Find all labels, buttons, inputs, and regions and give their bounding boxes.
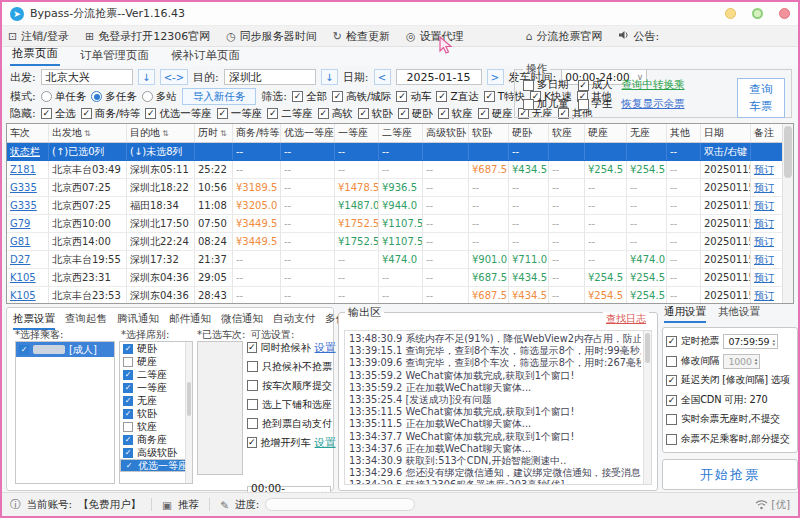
seat-item[interactable]: 二等座: [120, 368, 192, 381]
checkbox[interactable]: [123, 422, 133, 432]
date-next-button[interactable]: >: [487, 69, 504, 85]
seat-item[interactable]: 软座: [120, 420, 192, 433]
checkbox[interactable]: [666, 434, 677, 445]
checkbox[interactable]: [578, 80, 589, 91]
checkbox[interactable]: [41, 108, 52, 119]
option-抢增开列车[interactable]: 抢增开列车设置: [247, 433, 333, 452]
hide-高软[interactable]: 高软: [318, 107, 353, 121]
checkbox[interactable]: [292, 91, 303, 102]
book-link[interactable]: 预订: [754, 217, 774, 231]
checkbox[interactable]: [318, 108, 329, 119]
radio-单任务[interactable]: [41, 91, 52, 102]
tab-订单管理页面[interactable]: 订单管理页面: [78, 47, 151, 66]
checkbox[interactable]: [523, 99, 534, 110]
settings-tab-通用设置[interactable]: 通用设置: [664, 305, 706, 323]
train-link[interactable]: D27: [10, 254, 30, 265]
find-log-link[interactable]: 查找日志: [603, 312, 649, 326]
hide-软卧[interactable]: 软卧: [358, 107, 393, 121]
import-task-button[interactable]: 导入新任务: [182, 88, 257, 105]
status-row[interactable]: 状态栏(↑)已选0列(↓)未选8列------------双击/右键: [7, 143, 793, 161]
start-grab-button[interactable]: 开始抢票: [662, 459, 798, 490]
ops-成人[interactable]: 成人: [578, 78, 613, 92]
hide-商务/特等[interactable]: 商务/特等: [81, 107, 141, 121]
train-row[interactable]: G79北京西10:00深圳北17:5007:50¥3449.5--¥1752.5…: [7, 215, 793, 233]
checkbox[interactable]: [267, 108, 278, 119]
checkbox[interactable]: [123, 370, 133, 380]
filter-Z直达[interactable]: Z直达: [436, 90, 478, 104]
checkbox[interactable]: [217, 108, 228, 119]
book-link[interactable]: 预订: [754, 199, 774, 213]
menu-monitor[interactable]: ⊡注销/登录: [8, 29, 69, 44]
book-link[interactable]: 预订: [754, 181, 774, 195]
checkbox[interactable]: [124, 461, 134, 471]
filter-高铁/城际[interactable]: 高铁/城际: [332, 90, 392, 104]
checkbox[interactable]: [81, 108, 92, 119]
ops-多日期[interactable]: 多日期: [523, 78, 569, 92]
checkbox[interactable]: [666, 356, 677, 367]
option-抢到票自动支付[interactable]: 抢到票自动支付: [247, 414, 333, 433]
book-link[interactable]: 预订: [754, 163, 774, 177]
train-row[interactable]: Z181北京丰台03:49深圳东05:1125:22----------¥687…: [7, 161, 793, 179]
checkbox[interactable]: [523, 80, 534, 91]
menu-clock[interactable]: ◷同步服务器时间: [226, 29, 317, 44]
seat-item[interactable]: 一等座: [120, 381, 192, 394]
dest-input[interactable]: 深圳北: [224, 69, 316, 85]
setting-余票不足乘客时,部分提交[interactable]: 余票不足乘客时,部分提交: [666, 430, 794, 450]
hide-全选[interactable]: 全选: [41, 107, 76, 121]
train-row[interactable]: G81北京西14:00深圳北22:2408:24¥3449.5--¥1752.5…: [7, 233, 793, 251]
checkbox[interactable]: [478, 108, 489, 119]
settings-tab-其他设置[interactable]: 其他设置: [718, 305, 760, 323]
book-link[interactable]: 预订: [754, 271, 774, 285]
checkbox[interactable]: [145, 108, 156, 119]
train-row[interactable]: D27北京丰台19:55深圳17:3221:37------¥474.0--¥9…: [7, 251, 793, 269]
checkbox[interactable]: [666, 414, 677, 425]
restore-tickets-link[interactable]: 恢复显示余票: [622, 97, 685, 111]
checkbox[interactable]: [247, 437, 257, 448]
close-button[interactable]: [779, 8, 790, 19]
hide-软座[interactable]: 软座: [438, 107, 473, 121]
train-row[interactable]: G335北京西07:25福田18:3411:08¥3205.0--¥1487.0…: [7, 197, 793, 215]
book-link[interactable]: 预订: [754, 289, 774, 303]
maximize-button[interactable]: [752, 8, 763, 19]
radio-多站[interactable]: [142, 91, 153, 102]
transfer-query-link[interactable]: 查询中转换乘: [622, 78, 685, 92]
passenger-item[interactable]: [成人]: [16, 342, 114, 357]
option-按车次顺序提交[interactable]: 按车次顺序提交: [247, 376, 333, 395]
hide-优选一等座[interactable]: 优选一等座: [145, 107, 212, 121]
train-link[interactable]: G335: [10, 182, 37, 193]
menu-refresh[interactable]: ↻检查更新: [333, 29, 390, 44]
ops-学生[interactable]: 学生: [578, 97, 613, 111]
train-row[interactable]: K105北京西23:31深圳东04:3629:05----------¥687.…: [7, 269, 793, 287]
option-settings-link[interactable]: 设置: [315, 436, 336, 450]
setting-延迟关闭 [修改间隔] 选项[interactable]: 延迟关闭 [修改间隔] 选项: [666, 371, 794, 391]
checkbox[interactable]: [396, 91, 407, 102]
setting-修改间隔[interactable]: 修改间隔1000▴▾: [666, 352, 794, 372]
dest-dropdown-button[interactable]: ↓: [321, 69, 338, 85]
checkbox[interactable]: [332, 91, 343, 102]
tab-候补订单页面[interactable]: 候补订单页面: [169, 47, 242, 66]
checkbox[interactable]: [358, 108, 369, 119]
checkbox[interactable]: [123, 396, 133, 406]
train-row[interactable]: K105北京丰台23:53深圳东04:3628:43----------¥687…: [7, 287, 793, 304]
train-link[interactable]: K105: [10, 290, 36, 301]
menu-speaker[interactable]: 公告:: [619, 29, 660, 44]
option-同时抢候补[interactable]: 同时抢候补设置: [247, 338, 333, 357]
depart-input[interactable]: 北京大兴: [41, 69, 133, 85]
hide-一等座[interactable]: 一等座: [217, 107, 263, 121]
passenger-checkbox[interactable]: [19, 345, 29, 355]
ops-加儿童[interactable]: 加儿童: [523, 97, 569, 111]
seat-item[interactable]: 无座: [120, 394, 192, 407]
seat-list[interactable]: 硬卧硬座二等座一等座无座软卧软座商务座高级软卧优选一等座: [119, 341, 193, 484]
checkbox[interactable]: [247, 418, 258, 429]
train-link[interactable]: G81: [10, 236, 30, 247]
swap-stations-button[interactable]: <->: [160, 69, 188, 85]
menu-home[interactable]: ⌂分流抢票官网: [526, 29, 603, 44]
tab-抢票页面[interactable]: 抢票页面: [10, 45, 60, 66]
date-prev-button[interactable]: <: [374, 69, 391, 85]
checkbox[interactable]: [247, 361, 258, 372]
checkbox[interactable]: [123, 383, 133, 393]
radio-多任务[interactable]: [91, 91, 102, 102]
log-scrollbar[interactable]: [643, 331, 651, 484]
checkbox[interactable]: [438, 108, 449, 119]
option-选上下铺和选座[interactable]: 选上下铺和选座: [247, 395, 333, 414]
